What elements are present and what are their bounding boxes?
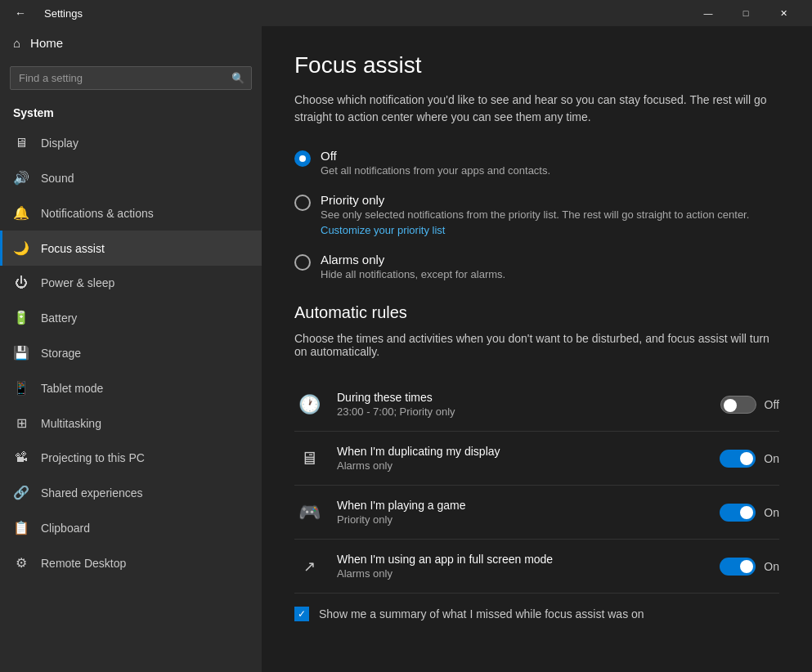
rule-dup-display-toggle: On [720,450,779,468]
toggle-dup-display-label: On [764,452,779,465]
tablet-label: Tablet mode [41,382,103,395]
option-priority-desc: See only selected notifications from the… [321,208,749,221]
option-priority: Priority only See only selected notifica… [294,193,779,236]
automatic-rules-title: Automatic rules [294,303,779,322]
sidebar-item-display[interactable]: 🖥 Display [0,126,262,160]
power-label: Power & sleep [41,276,114,289]
rule-playing-game-info: When I'm playing a game Priority only [337,499,707,526]
rule-fullscreen-title: When I'm using an app in full screen mod… [337,553,707,566]
game-icon: 🎮 [294,502,324,523]
sound-icon: 🔊 [13,170,29,186]
sidebar-item-notifications[interactable]: 🔔 Notifications & actions [0,195,262,231]
sidebar-item-sound[interactable]: 🔊 Sound [0,160,262,195]
option-alarms-label: Alarms only [321,253,505,267]
system-label: System [0,96,262,126]
sidebar-item-remote[interactable]: ⚙ Remote Desktop [0,545,262,580]
rule-dup-display-sub: Alarms only [337,459,707,472]
rule-dup-display-info: When I'm duplicating my display Alarms o… [337,445,707,472]
content-area: Focus assist Choose which notification y… [262,26,812,672]
option-priority-text: Priority only See only selected notifica… [321,193,749,236]
toggle-knob [740,452,753,465]
rule-playing-game-toggle: On [720,504,779,522]
home-icon: ⌂ [13,36,20,50]
rule-fullscreen-toggle: On [720,558,779,576]
remote-icon: ⚙ [13,555,29,571]
sidebar-item-focus-assist[interactable]: 🌙 Focus assist [0,231,262,266]
rule-fullscreen-info: When I'm using an app in full screen mod… [337,553,707,580]
sidebar-item-storage[interactable]: 💾 Storage [0,335,262,370]
minimize-button[interactable]: — [689,0,727,26]
rule-playing-game-title: When I'm playing a game [337,499,707,512]
window-controls: — □ ✕ [689,0,802,26]
main-layout: ⌂ Home 🔍 System 🖥 Display 🔊 Sound 🔔 Noti… [0,26,812,672]
toggle-playing-game[interactable] [720,504,756,522]
toggle-during-times-label: Off [765,398,779,411]
toggle-knob [740,560,753,573]
toggle-fullscreen[interactable] [720,558,756,576]
rule-playing-game: 🎮 When I'm playing a game Priority only … [294,486,779,540]
maximize-button[interactable]: □ [727,0,765,26]
sound-label: Sound [41,172,74,185]
rule-fullscreen-sub: Alarms only [337,567,707,580]
customize-priority-link[interactable]: Customize your priority list [321,224,749,236]
clipboard-icon: 📋 [13,520,29,535]
battery-icon: 🔋 [13,310,29,325]
summary-checkbox[interactable] [294,607,309,621]
search-input[interactable] [11,67,225,89]
sidebar-item-tablet[interactable]: 📱 Tablet mode [0,370,262,405]
option-off: Off Get all notifications from your apps… [294,149,779,177]
focus-assist-options: Off Get all notifications from your apps… [294,149,779,280]
sidebar-item-power[interactable]: ⏻ Power & sleep [0,266,262,300]
display-label: Display [41,137,79,150]
multitasking-label: Multitasking [41,417,101,430]
storage-icon: 💾 [13,345,29,361]
option-off-text: Off Get all notifications from your apps… [321,149,550,177]
rule-dup-display-title: When I'm duplicating my display [337,445,707,458]
rule-duplicating-display: 🖥 When I'm duplicating my display Alarms… [294,432,779,486]
rule-fullscreen: ↗ When I'm using an app in full screen m… [294,540,779,594]
rule-during-times-title: During these times [337,391,707,404]
sidebar-item-shared[interactable]: 🔗 Shared experiences [0,475,262,510]
sidebar-home[interactable]: ⌂ Home [0,26,262,60]
page-title: Focus assist [294,52,779,78]
rule-during-times: 🕐 During these times 23:00 - 7:00; Prior… [294,378,779,432]
radio-alarms[interactable] [294,254,311,271]
storage-label: Storage [41,347,81,360]
sidebar: ⌂ Home 🔍 System 🖥 Display 🔊 Sound 🔔 Noti… [0,26,262,672]
option-off-label: Off [321,149,550,163]
summary-checkbox-label: Show me a summary of what I missed while… [319,607,644,620]
sidebar-item-battery[interactable]: 🔋 Battery [0,300,262,335]
clock-icon: 🕐 [294,394,324,415]
rule-playing-game-sub: Priority only [337,513,707,526]
rule-during-times-sub: 23:00 - 7:00; Priority only [337,405,707,418]
focus-assist-label: Focus assist [41,242,105,255]
sidebar-item-multitasking[interactable]: ⊞ Multitasking [0,405,262,441]
tablet-icon: 📱 [13,380,29,396]
shared-icon: 🔗 [13,485,29,500]
search-icon: 🔍 [225,67,251,89]
radio-priority[interactable] [294,195,311,211]
battery-label: Battery [41,311,77,325]
option-alarms-text: Alarms only Hide all notifications, exce… [321,253,505,280]
option-off-desc: Get all notifications from your apps and… [321,164,550,177]
projecting-icon: 📽 [13,450,29,465]
rule-during-times-info: During these times 23:00 - 7:00; Priorit… [337,391,707,418]
back-button[interactable]: ← [10,3,31,23]
shared-label: Shared experiences [41,486,143,500]
toggle-dup-display[interactable] [720,450,756,468]
toggle-during-times[interactable] [720,396,756,414]
title-bar: ← Settings — □ ✕ [0,0,812,26]
radio-off[interactable] [294,150,311,167]
page-description: Choose which notification you'd like to … [294,92,779,126]
focus-assist-icon: 🌙 [13,240,29,256]
option-priority-label: Priority only [321,193,749,207]
automatic-rules-desc: Choose the times and activities when you… [294,332,779,358]
close-button[interactable]: ✕ [765,0,802,26]
toggle-playing-game-label: On [764,506,779,519]
toggle-knob [724,399,737,412]
display-icon: 🖥 [13,136,29,150]
toggle-knob [740,506,753,519]
sidebar-item-projecting[interactable]: 📽 Projecting to this PC [0,441,262,475]
sidebar-item-clipboard[interactable]: 📋 Clipboard [0,510,262,545]
clipboard-label: Clipboard [41,522,90,535]
